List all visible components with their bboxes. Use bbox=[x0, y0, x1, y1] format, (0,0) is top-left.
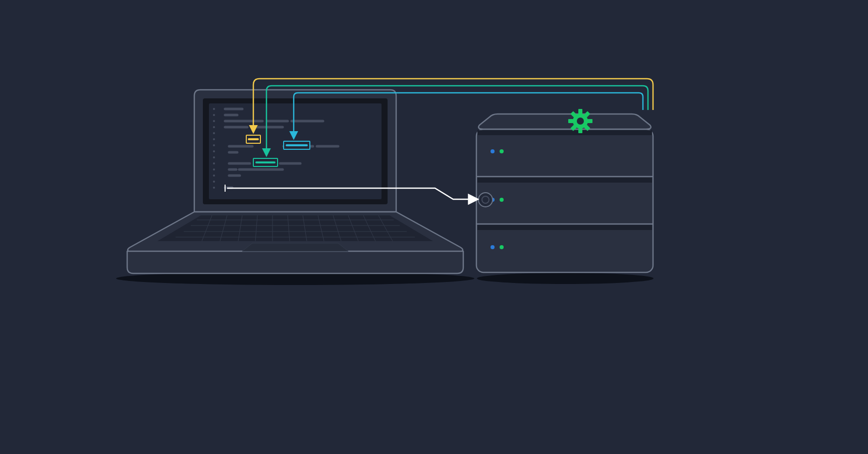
server-shadow bbox=[477, 273, 654, 284]
svg-rect-71 bbox=[578, 109, 582, 114]
svg-point-3 bbox=[213, 108, 215, 110]
svg-point-63 bbox=[500, 149, 504, 153]
code-token-yellow bbox=[246, 135, 260, 143]
svg-point-68 bbox=[478, 193, 493, 207]
deployment-diagram bbox=[0, 0, 868, 454]
code-token-cyan bbox=[284, 141, 310, 149]
svg-point-15 bbox=[213, 181, 215, 183]
svg-rect-74 bbox=[568, 119, 573, 123]
gear-icon bbox=[568, 109, 592, 133]
svg-point-79 bbox=[577, 118, 584, 125]
svg-point-7 bbox=[213, 132, 215, 134]
svg-point-4 bbox=[213, 114, 215, 116]
server-stack-icon bbox=[476, 114, 653, 272]
svg-point-6 bbox=[213, 126, 215, 128]
svg-point-16 bbox=[213, 187, 215, 189]
svg-rect-73 bbox=[587, 119, 592, 123]
svg-point-11 bbox=[213, 156, 215, 158]
svg-rect-61 bbox=[477, 225, 652, 230]
svg-rect-0 bbox=[0, 0, 868, 454]
svg-rect-60 bbox=[477, 178, 652, 183]
svg-point-62 bbox=[491, 149, 495, 153]
svg-point-13 bbox=[213, 168, 215, 171]
svg-rect-59 bbox=[477, 130, 652, 135]
code-token-teal bbox=[253, 158, 278, 166]
svg-point-66 bbox=[491, 245, 495, 249]
server-power-button bbox=[478, 193, 493, 207]
svg-rect-72 bbox=[578, 128, 582, 133]
svg-point-65 bbox=[500, 198, 504, 202]
svg-point-67 bbox=[500, 245, 504, 249]
svg-point-14 bbox=[213, 175, 215, 177]
svg-point-10 bbox=[213, 150, 215, 152]
svg-point-8 bbox=[213, 138, 215, 140]
svg-point-9 bbox=[213, 144, 215, 146]
svg-point-5 bbox=[213, 120, 215, 122]
svg-point-12 bbox=[213, 162, 215, 164]
